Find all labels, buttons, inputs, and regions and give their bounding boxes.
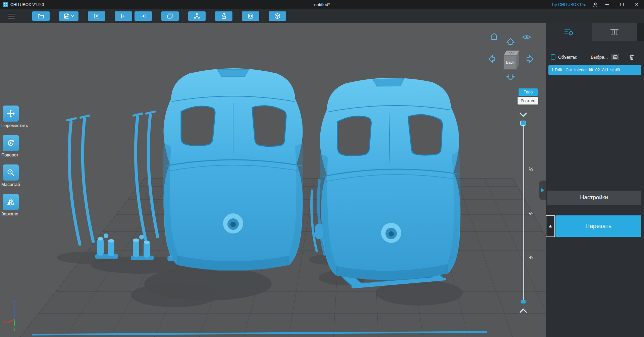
scale-button[interactable] — [3, 164, 19, 181]
model-seat-left[interactable] — [163, 68, 304, 271]
minimize-icon — [605, 4, 609, 5]
view-home-icon[interactable] — [490, 32, 498, 41]
object-list-item[interactable]: 1.Drift_ Car_Interior_kit_02_ALL.stl #0 — [548, 65, 641, 75]
rotate-label: Поворот — [1, 152, 28, 157]
object-list-icon — [551, 54, 555, 60]
document-title: untitled* — [0, 2, 644, 7]
layer-slider-thumb-top[interactable] — [520, 121, 526, 126]
redo-button[interactable] — [135, 11, 152, 21]
chevron-down-icon — [71, 15, 74, 17]
scale-label: Масштаб — [1, 182, 28, 187]
maximize-button[interactable] — [614, 0, 629, 9]
objects-row: Объекты: Выбра... — [551, 53, 637, 61]
mirror-icon — [6, 198, 15, 206]
rotate-view-right-icon[interactable] — [526, 54, 534, 64]
undo-button[interactable] — [115, 11, 132, 21]
title-bar: CHITUBOX V1.9.0 untitled* Try CHITUBOX P… — [0, 0, 644, 9]
view-cube-face-label: Back — [506, 60, 515, 64]
open-file-icon — [38, 13, 44, 19]
selected-label: Выбра... — [591, 55, 608, 60]
support-icon — [194, 13, 200, 19]
move-button[interactable] — [3, 106, 19, 122]
slider-mark: ¾ — [529, 255, 533, 260]
axis-y-label: Y — [13, 327, 16, 332]
minimize-button[interactable] — [600, 0, 614, 9]
save-icon — [64, 13, 70, 19]
view-cube[interactable]: Back — [501, 48, 521, 71]
model-seat-right[interactable] — [318, 77, 462, 282]
app-title: CHITUBOX V1.9.0 — [10, 2, 44, 7]
hollow-icon — [220, 13, 227, 19]
mirror-label: Зеркало — [1, 211, 28, 216]
rotate-button[interactable] — [3, 135, 19, 151]
slider-mark: ¼ — [529, 166, 533, 172]
slider-step-down-icon[interactable] — [519, 112, 527, 117]
rotate-view-left-icon[interactable] — [488, 54, 495, 64]
slice-row: Нарезать — [546, 215, 641, 237]
move-label: Переместить — [1, 123, 28, 128]
clone-icon — [167, 13, 173, 19]
redo-icon — [140, 13, 147, 19]
slider-step-up-icon[interactable] — [519, 309, 527, 313]
slice-button[interactable]: Нарезать — [555, 215, 641, 237]
support-pillars-icon — [609, 28, 620, 36]
rotate-view-down-icon[interactable] — [506, 73, 515, 81]
view-perspective-eye-icon[interactable] — [522, 34, 531, 40]
app-logo-icon — [3, 2, 8, 7]
settings-list-icon — [564, 28, 574, 36]
slider-mark: ½ — [529, 210, 533, 216]
panel-collapse-button[interactable] — [539, 181, 546, 200]
menu-button[interactable] — [8, 14, 15, 18]
transform-tools: Переместить Поворот Масштаб Зеркало — [3, 106, 28, 223]
tab-settings[interactable] — [546, 23, 592, 41]
select-all-icon — [613, 55, 618, 59]
axis-gizmo: Z X Y — [3, 300, 26, 333]
settings-button[interactable]: Настройки — [547, 191, 641, 205]
support-button[interactable] — [188, 11, 206, 21]
open-file-button[interactable] — [32, 11, 50, 21]
select-all-button[interactable] — [611, 54, 619, 60]
viewport-3d-scene[interactable] — [0, 23, 546, 337]
chevron-right-icon — [541, 188, 544, 192]
mirror-button[interactable] — [3, 194, 19, 210]
render-mode-body-button[interactable]: Тело — [519, 88, 538, 96]
expand-profile-button[interactable] — [546, 215, 555, 237]
export-button[interactable] — [269, 11, 286, 21]
render-mode-xray-button[interactable]: Рентген — [518, 97, 538, 105]
move-icon — [6, 109, 15, 118]
layer-slider-thumb-bottom[interactable] — [521, 300, 526, 304]
right-panel: Объекты: Выбра... 1.Drift_ Car_Interior_… — [546, 23, 644, 337]
undo-icon — [120, 13, 127, 19]
tab-support[interactable] — [592, 23, 637, 41]
main-toolbar — [0, 9, 644, 23]
maximize-icon — [620, 3, 624, 6]
dig-hole-icon — [247, 13, 254, 19]
dig-hole-button[interactable] — [242, 11, 259, 21]
viewport[interactable]: Переместить Поворот Масштаб Зеркало — [0, 23, 546, 337]
panel-tabs — [546, 23, 644, 41]
save-button[interactable] — [59, 11, 78, 21]
user-icon — [593, 2, 598, 7]
rotate-view-up-icon[interactable] — [506, 38, 515, 45]
axis-x-label: X — [3, 319, 6, 324]
delete-button[interactable] — [629, 54, 634, 60]
scale-icon — [6, 168, 15, 177]
triangle-up-icon — [549, 225, 552, 227]
objects-label: Объекты: — [558, 55, 577, 60]
hollow-button[interactable] — [215, 11, 232, 21]
close-button[interactable]: ✕ — [629, 0, 644, 9]
trash-icon — [629, 54, 634, 60]
account-button[interactable] — [591, 0, 600, 9]
rotate-icon — [6, 139, 15, 147]
layer-slider-track[interactable] — [523, 123, 524, 302]
screenshot-icon — [93, 13, 100, 19]
axis-z-label: Z — [13, 300, 15, 305]
try-pro-link[interactable]: Try CHITUBOX Pro — [551, 2, 586, 7]
clone-button[interactable] — [161, 11, 179, 21]
screenshot-button[interactable] — [88, 11, 105, 21]
export-icon — [274, 13, 281, 19]
